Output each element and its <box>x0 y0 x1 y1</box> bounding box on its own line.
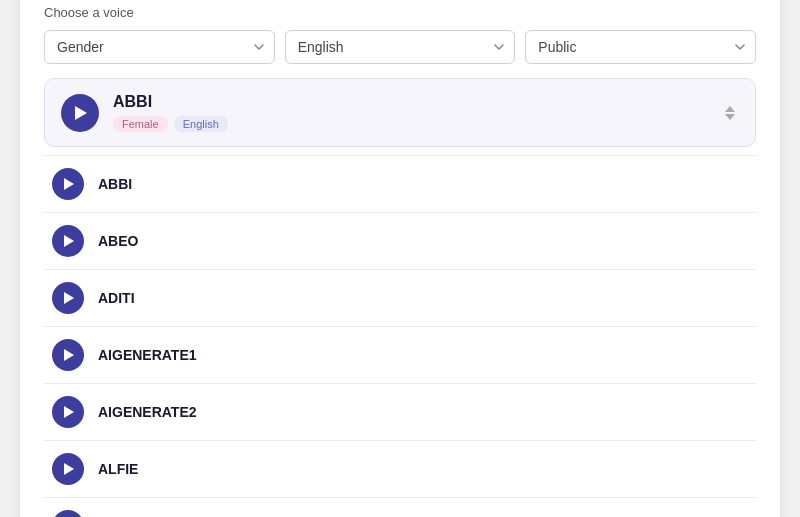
voice-name: ALFIE <box>98 461 138 477</box>
expand-button[interactable] <box>721 102 739 124</box>
list-item[interactable]: ALFIE <box>44 441 756 498</box>
list-item[interactable]: AMBER <box>44 498 756 517</box>
play-icon <box>64 292 74 304</box>
voice-play-button[interactable] <box>52 510 84 517</box>
choose-voice-label: Choose a voice <box>44 5 756 20</box>
expand-chevrons-icon <box>725 106 735 120</box>
voice-name: AIGENERATE2 <box>98 404 197 420</box>
gender-filter[interactable]: Gender Male Female <box>44 30 275 64</box>
voice-list: ABBIABEOADITIAIGENERATE1AIGENERATE2ALFIE… <box>44 155 756 517</box>
play-icon <box>64 406 74 418</box>
visibility-filter[interactable]: Public Private <box>525 30 756 64</box>
voice-play-button[interactable] <box>52 453 84 485</box>
selected-voice-left: ABBI Female English <box>61 93 228 132</box>
voice-name: ABEO <box>98 233 138 249</box>
play-icon <box>64 463 74 475</box>
play-icon <box>64 178 74 190</box>
list-item[interactable]: AIGENERATE1 <box>44 327 756 384</box>
selected-voice-info: ABBI Female English <box>113 93 228 132</box>
play-icon <box>64 235 74 247</box>
voice-play-button[interactable] <box>52 225 84 257</box>
voice-play-button[interactable] <box>52 168 84 200</box>
play-triangle-icon <box>75 106 87 120</box>
tag-female: Female <box>113 116 168 132</box>
voice-name: ADITI <box>98 290 135 306</box>
filter-row: Gender Male Female English Spanish Frenc… <box>44 30 756 64</box>
voice-play-button[interactable] <box>52 339 84 371</box>
play-icon <box>64 349 74 361</box>
list-item[interactable]: ABBI <box>44 156 756 213</box>
list-item[interactable]: AIGENERATE2 <box>44 384 756 441</box>
selected-voice-card: ABBI Female English <box>44 78 756 147</box>
chevron-up-icon <box>725 106 735 112</box>
voice-play-button[interactable] <box>52 396 84 428</box>
language-filter[interactable]: English Spanish French German <box>285 30 516 64</box>
selected-voice-play-button[interactable] <box>61 94 99 132</box>
list-item[interactable]: ADITI <box>44 270 756 327</box>
list-item[interactable]: ABEO <box>44 213 756 270</box>
main-card: 💬 Text to speech Choose a voice Gender M… <box>20 0 780 517</box>
voice-name: ABBI <box>98 176 132 192</box>
selected-voice-name: ABBI <box>113 93 228 111</box>
tag-row: Female English <box>113 116 228 132</box>
chevron-down-icon <box>725 114 735 120</box>
voice-play-button[interactable] <box>52 282 84 314</box>
voice-name: AIGENERATE1 <box>98 347 197 363</box>
tag-english: English <box>174 116 228 132</box>
